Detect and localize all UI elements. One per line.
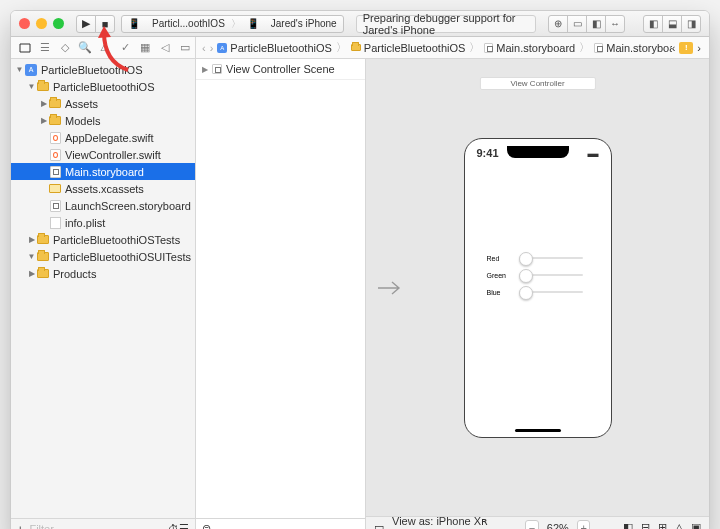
run-button[interactable]: ▶ (76, 15, 96, 33)
file-row[interactable]: LaunchScreen.storyboard (11, 197, 195, 214)
file-row[interactable]: Main.storyboard (11, 163, 195, 180)
file-row[interactable]: ▼ParticleBluetoothiOS (11, 78, 195, 95)
scene-title[interactable]: View Controller (479, 77, 595, 90)
breakpoint-nav-icon[interactable]: ◁ (155, 39, 175, 57)
zoom-window[interactable] (53, 18, 64, 29)
editor-mode-assist[interactable]: ◧ (586, 15, 606, 33)
interface-builder-canvas[interactable]: View Controller 9:41▬ RedGreenBlue ▭ Vie… (366, 59, 709, 529)
file-row[interactable]: ViewController.swift (11, 146, 195, 163)
activity-status: Preparing debugger support for Jared's i… (356, 15, 536, 33)
slider-row[interactable]: Green (487, 272, 605, 279)
test-nav-icon[interactable]: ✓ (115, 39, 135, 57)
slider-row[interactable]: Red (487, 255, 605, 262)
editor-mode-version[interactable]: ↔ (605, 15, 625, 33)
history-back[interactable]: ‹ (672, 42, 676, 54)
warning-icon[interactable]: ! (679, 42, 693, 54)
resolve-icon[interactable]: △ (675, 521, 683, 529)
toggle-debug[interactable]: ⬓ (662, 15, 682, 33)
device-preview[interactable]: 9:41▬ RedGreenBlue (464, 138, 612, 438)
sliders-group: RedGreenBlue (471, 255, 605, 296)
file-tree[interactable]: ▼AParticleBluetoothiOS▼ParticleBluetooth… (11, 59, 195, 518)
outline-toggle-icon[interactable]: ▭ (374, 521, 384, 529)
titlebar: ▶ ■ 📱Particl...oothIOS〉📱Jared's iPhone P… (11, 11, 709, 37)
main-body: ▼AParticleBluetoothiOS▼ParticleBluetooth… (11, 59, 709, 529)
segue-entry-arrow (378, 281, 404, 295)
find-nav-icon[interactable]: 🔍 (75, 39, 95, 57)
scm-filter-icon[interactable]: ☰ (179, 522, 189, 529)
recent-filter-icon[interactable]: ⏱ (168, 523, 179, 530)
report-nav-icon[interactable]: ▭ (175, 39, 195, 57)
issue-nav-icon[interactable]: ⚠ (95, 39, 115, 57)
zoom-in[interactable]: + (577, 520, 591, 530)
history-forward[interactable]: › (697, 42, 701, 54)
status-bar: 9:41▬ (471, 147, 605, 159)
embed-in-icon[interactable]: ▣ (691, 521, 701, 529)
project-nav-icon[interactable] (15, 39, 35, 57)
xcode-window: ▶ ■ 📱Particl...oothIOS〉📱Jared's iPhone P… (10, 10, 710, 529)
scheme-selector[interactable]: 📱Particl...oothIOS〉📱Jared's iPhone (121, 15, 344, 33)
library-button[interactable]: ⊕ (548, 15, 568, 33)
window-controls (19, 18, 64, 29)
sub-toolbar: ☰ ◇ 🔍 ⚠ ✓ ▦ ◁ ▭ ‹› AParticleBluetoothiOS… (11, 37, 709, 59)
library-buttons: ⊕ ▭ ◧ ↔ (548, 15, 625, 33)
panel-toggles: ◧ ⬓ ◨ (643, 15, 701, 33)
symbol-nav-icon[interactable]: ◇ (55, 39, 75, 57)
document-outline: ▶ View Controller Scene ⊜ (196, 59, 366, 529)
align-icon[interactable]: ⊟ (641, 521, 650, 529)
filter-field[interactable]: Filter (23, 523, 168, 530)
file-row[interactable]: AppDelegate.swift (11, 129, 195, 146)
source-control-nav-icon[interactable]: ☰ (35, 39, 55, 57)
file-row[interactable]: ▶ParticleBluetoothiOSTests (11, 231, 195, 248)
file-row[interactable]: info.plist (11, 214, 195, 231)
embed-icon[interactable]: ◧ (623, 521, 633, 529)
file-row[interactable]: ▼AParticleBluetoothiOS (11, 61, 195, 78)
run-controls: ▶ ■ (76, 15, 115, 33)
slider-row[interactable]: Blue (487, 289, 605, 296)
minimize-window[interactable] (36, 18, 47, 29)
view-as[interactable]: View as: iPhone Xʀ (ᴡC ʜR) (392, 515, 509, 530)
navigator-footer: + Filter ⏱ ☰ (11, 518, 195, 529)
close-window[interactable] (19, 18, 30, 29)
outline-footer: ⊜ (196, 518, 365, 529)
file-row[interactable]: ▶Products (11, 265, 195, 282)
file-row[interactable]: ▶Models (11, 112, 195, 129)
file-row[interactable]: ▼ParticleBluetoothiOSUITests (11, 248, 195, 265)
toggle-inspector[interactable]: ◨ (681, 15, 701, 33)
outline-filter-icon[interactable]: ⊜ (202, 522, 211, 529)
editor-mode-standard[interactable]: ▭ (567, 15, 587, 33)
jump-bar-right: ‹ ! › (672, 42, 709, 54)
outline-item[interactable]: ▶ View Controller Scene (196, 59, 365, 80)
project-navigator: ▼AParticleBluetoothiOS▼ParticleBluetooth… (11, 59, 196, 529)
stop-button[interactable]: ■ (95, 15, 115, 33)
jump-bar[interactable]: ‹› AParticleBluetoothiOS〉 ParticleBlueto… (196, 40, 672, 55)
home-indicator (515, 429, 561, 432)
canvas-footer: ▭ View as: iPhone Xʀ (ᴡC ʜR) − 62% + ◧ ⊟… (366, 516, 709, 529)
zoom-level[interactable]: 62% (547, 522, 569, 530)
debug-nav-icon[interactable]: ▦ (135, 39, 155, 57)
pin-icon[interactable]: ⊞ (658, 521, 667, 529)
navigator-tabs: ☰ ◇ 🔍 ⚠ ✓ ▦ ◁ ▭ (11, 37, 196, 58)
file-row[interactable]: Assets.xcassets (11, 180, 195, 197)
toggle-navigator[interactable]: ◧ (643, 15, 663, 33)
zoom-out[interactable]: − (525, 520, 539, 530)
file-row[interactable]: ▶Assets (11, 95, 195, 112)
